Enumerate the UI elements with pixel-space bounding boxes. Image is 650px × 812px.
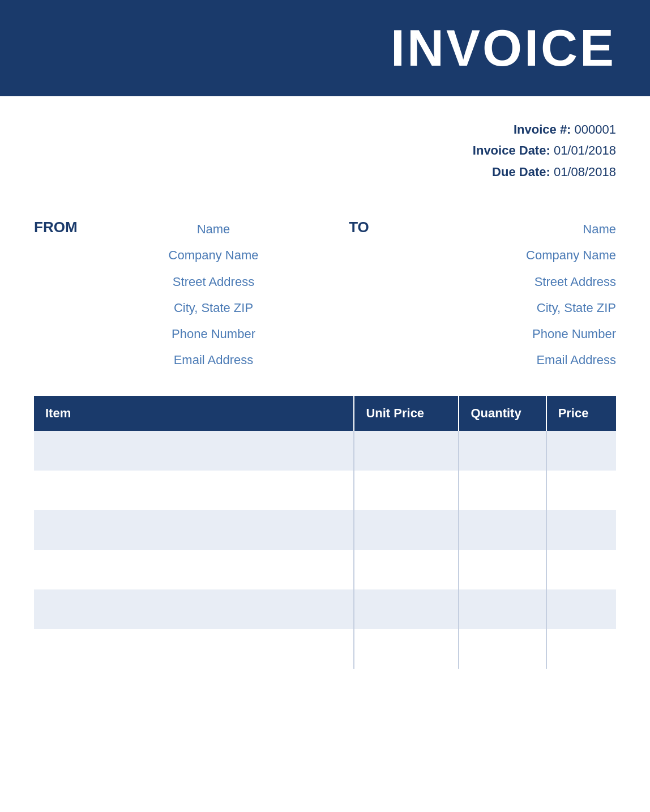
address-section: FROM NameCompany NameStreet AddressCity,… [0,205,650,396]
to-field: Email Address [536,347,616,373]
to-field: Phone Number [532,321,616,347]
cell-item [34,629,354,669]
col-header-price: Price [546,396,616,431]
to-details: NameCompany NameStreet AddressCity, Stat… [393,216,616,373]
from-field: Company Name [169,242,259,268]
from-field: City, State ZIP [174,295,253,321]
cell-price [546,629,616,669]
from-field: Name [197,216,230,242]
items-table: Item Unit Price Quantity Price [34,396,616,669]
cell-quantity [459,471,546,510]
cell-item [34,510,354,550]
header-banner: INVOICE [0,0,650,96]
from-field: Phone Number [172,321,255,347]
table-row [34,510,616,550]
due-date-value: 01/08/2018 [554,165,616,179]
from-field: Email Address [174,347,254,373]
cell-unit-price [354,471,459,510]
cell-unit-price [354,629,459,669]
table-row [34,471,616,510]
cell-price [546,589,616,629]
cell-quantity [459,431,546,471]
from-details: NameCompany NameStreet AddressCity, Stat… [102,216,325,373]
to-field: City, State ZIP [537,295,616,321]
cell-price [546,550,616,589]
cell-price [546,471,616,510]
cell-quantity [459,550,546,589]
to-field: Name [583,216,616,242]
cell-unit-price [354,510,459,550]
cell-item [34,589,354,629]
invoice-title: INVOICE [391,19,616,78]
due-date-row: Due Date: 01/08/2018 [0,161,616,182]
cell-unit-price [354,431,459,471]
cell-quantity [459,629,546,669]
invoice-number-row: Invoice #: 000001 [0,119,616,140]
from-field: Street Address [173,269,254,295]
cell-item [34,431,354,471]
table-row [34,550,616,589]
due-date-label: Due Date: [492,165,550,179]
cell-quantity [459,589,546,629]
col-header-item: Item [34,396,354,431]
cell-price [546,431,616,471]
table-row [34,431,616,471]
invoice-date-row: Invoice Date: 01/01/2018 [0,140,616,161]
from-label: FROM [34,216,102,373]
table-row [34,589,616,629]
invoice-date-label: Invoice Date: [473,143,550,157]
invoice-number-value: 000001 [575,122,616,136]
cell-unit-price [354,589,459,629]
col-header-unit-price: Unit Price [354,396,459,431]
table-row [34,629,616,669]
invoice-date-value: 01/01/2018 [554,143,616,157]
to-label: TO [325,216,393,373]
cell-unit-price [354,550,459,589]
cell-price [546,510,616,550]
invoice-number-label: Invoice #: [514,122,571,136]
to-field: Company Name [526,242,616,268]
cell-quantity [459,510,546,550]
col-header-quantity: Quantity [459,396,546,431]
invoice-meta: Invoice #: 000001 Invoice Date: 01/01/20… [0,96,650,205]
table-body [34,431,616,669]
cell-item [34,550,354,589]
to-field: Street Address [534,269,616,295]
cell-item [34,471,354,510]
table-header-row: Item Unit Price Quantity Price [34,396,616,431]
